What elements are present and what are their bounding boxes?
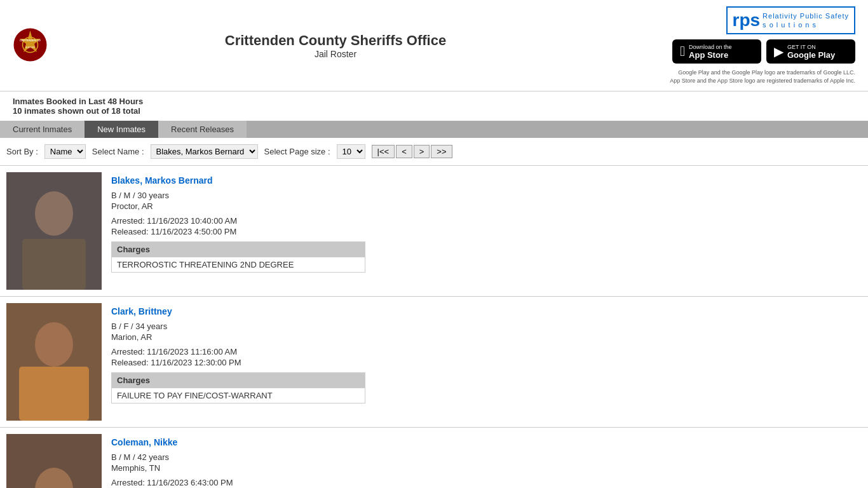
inmate-photo-placeholder	[6, 172, 102, 290]
inmate-race-gender-age: B / M / 30 years	[111, 191, 862, 200]
apple-icon: 	[680, 43, 685, 60]
page-header: CRITTENDEN CO SHERIFF Crittenden County …	[0, 0, 868, 92]
inmate-info: Clark, Brittney B / F / 34 years Marion,…	[111, 303, 862, 421]
rps-line2: s o l u t i o n s	[763, 20, 849, 29]
inmate-info: Blakes, Markos Bernard B / M / 30 years …	[111, 172, 862, 290]
select-page-size-dropdown[interactable]: 10 25 50	[337, 144, 365, 159]
svg-text:SHERIFF: SHERIFF	[25, 46, 35, 49]
tab-current-inmates[interactable]: Current Inmates	[0, 121, 85, 138]
svg-text:CRITTENDEN CO: CRITTENDEN CO	[20, 39, 41, 42]
info-line1: Inmates Booked in Last 48 Hours	[13, 97, 855, 106]
sort-by-select[interactable]: Name Date Age	[44, 144, 86, 159]
app-disclaimer: Google Play and the Google Play logo are…	[670, 69, 855, 85]
charges-header: Charges	[112, 242, 365, 257]
sort-by-label: Sort By :	[6, 147, 38, 156]
info-bar: Inmates Booked in Last 48 Hours 10 inmat…	[0, 92, 868, 121]
inmate-released: Released: 11/16/2023 12:30:00 PM	[111, 358, 862, 367]
nav-prev-button[interactable]: <	[396, 145, 412, 158]
inmate-name[interactable]: Coleman, Nikke	[111, 437, 862, 447]
app-buttons-container:  Download on the App Store ▶ GET IT ON …	[672, 39, 855, 64]
controls-bar: Sort By : Name Date Age Select Name : Bl…	[0, 138, 868, 165]
nav-next-button[interactable]: >	[414, 145, 430, 158]
table-row: Coleman, Nikke B / M / 42 years Memphis,…	[0, 427, 868, 488]
svg-point-9	[35, 322, 73, 367]
inmate-arrested: Arrested: 11/16/2023 10:40:00 AM	[111, 216, 862, 226]
charge-row: FAILURE TO PAY FINE/COST-WARRANT	[112, 388, 365, 403]
inmate-list: Blakes, Markos Bernard B / M / 30 years …	[0, 165, 868, 488]
rps-tagline: Relativity Public Safety s o l u t i o n…	[763, 11, 849, 30]
select-name-label: Select Name :	[92, 147, 144, 156]
charges-header: Charges	[112, 373, 365, 388]
app-store-text: Download on the App Store	[689, 44, 732, 60]
inmate-photo	[6, 303, 102, 421]
charges-table: Charges TERROROSTIC THREATENING 2ND DEGR…	[111, 241, 365, 273]
inmate-race-gender-age: B / F / 34 years	[111, 322, 862, 331]
inmate-location: Marion, AR	[111, 332, 862, 342]
google-play-text: GET IT ON Google Play	[787, 44, 835, 60]
app-store-button[interactable]:  Download on the App Store	[672, 39, 761, 64]
charges-table: Charges FAILURE TO PAY FINE/COST-WARRANT	[111, 372, 365, 403]
inmate-name[interactable]: Clark, Brittney	[111, 306, 862, 316]
table-row: Blakes, Markos Bernard B / M / 30 years …	[0, 165, 868, 296]
inmate-arrested: Arrested: 11/16/2023 11:16:00 AM	[111, 347, 862, 356]
inmate-photo-placeholder	[6, 303, 102, 421]
inmate-released: Released: 11/16/2023 4:50:00 PM	[111, 227, 862, 236]
rps-logo: rps Relativity Public Safety s o l u t i…	[726, 6, 855, 34]
inmate-photo	[6, 434, 102, 488]
svg-rect-10	[19, 367, 89, 421]
rps-letters: rps	[733, 10, 761, 30]
page-title: Crittenden County Sheriffs Office	[51, 32, 620, 49]
info-line2: 10 inmates shown out of 18 total	[13, 106, 855, 116]
inmate-location: Proctor, AR	[111, 201, 862, 211]
inmate-info: Coleman, Nikke B / M / 42 years Memphis,…	[111, 434, 862, 488]
pagination-controls: |<< < > >>	[372, 145, 452, 158]
google-play-icon: ▶	[774, 44, 783, 59]
tab-recent-releases[interactable]: Recent Releases	[158, 121, 247, 138]
google-play-button[interactable]: ▶ GET IT ON Google Play	[766, 39, 855, 64]
svg-point-6	[35, 191, 73, 236]
svg-rect-7	[22, 239, 86, 290]
inmate-race-gender-age: B / M / 42 years	[111, 452, 862, 462]
inmate-arrested: Arrested: 11/16/2023 6:43:00 PM	[111, 478, 862, 487]
nav-first-button[interactable]: |<<	[372, 145, 395, 158]
page-subtitle: Jail Roster	[51, 49, 620, 59]
inmate-photo	[6, 172, 102, 290]
rps-line1: Relativity Public Safety	[763, 11, 849, 20]
select-page-size-label: Select Page size :	[264, 147, 330, 156]
sheriff-badge-icon: CRITTENDEN CO SHERIFF	[13, 27, 48, 62]
select-name-dropdown[interactable]: Blakes, Markos Bernard Clark, Brittney C…	[151, 144, 258, 159]
tab-new-inmates[interactable]: New Inmates	[85, 121, 158, 138]
inmate-location: Memphis, TN	[111, 463, 862, 473]
header-right-section: rps Relativity Public Safety s o l u t i…	[620, 6, 855, 85]
app-store-label-big: App Store	[689, 50, 732, 60]
table-row: Clark, Brittney B / F / 34 years Marion,…	[0, 296, 868, 427]
google-play-label-big: Google Play	[787, 50, 835, 60]
nav-last-button[interactable]: >>	[431, 145, 452, 158]
charge-row: TERROROSTIC THREATENING 2ND DEGREE	[112, 257, 365, 272]
inmate-name[interactable]: Blakes, Markos Bernard	[111, 175, 862, 186]
header-title-section: Crittenden County Sheriffs Office Jail R…	[51, 32, 620, 59]
tab-bar: Current Inmates New Inmates Recent Relea…	[0, 121, 868, 138]
google-play-label-small: GET IT ON	[787, 44, 835, 50]
app-store-label-small: Download on the	[689, 44, 732, 50]
sheriff-badge-container: CRITTENDEN CO SHERIFF	[13, 27, 51, 64]
inmate-photo-placeholder	[6, 461, 102, 488]
